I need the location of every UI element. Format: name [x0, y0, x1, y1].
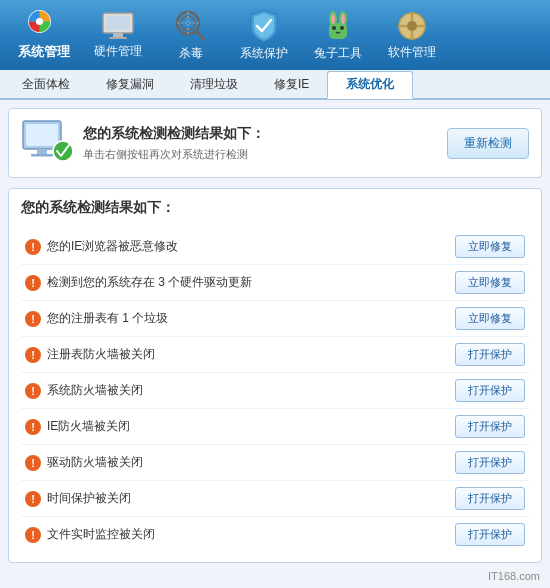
- result-text: IE防火墙被关闭: [47, 418, 130, 435]
- result-item: ! 文件实时监控被关闭 打开保护: [21, 517, 529, 552]
- tab-bar: 全面体检 修复漏洞 清理垃圾 修复IE 系统优化: [0, 70, 550, 100]
- result-left: ! IE防火墙被关闭: [25, 418, 455, 435]
- result-left: ! 驱动防火墙被关闭: [25, 454, 455, 471]
- result-left: ! 您的注册表有 1 个垃圾: [25, 310, 455, 327]
- result-item: ! 注册表防火墙被关闭 打开保护: [21, 337, 529, 373]
- nav-hardware[interactable]: 硬件管理: [82, 5, 154, 65]
- action-button-9[interactable]: 打开保护: [455, 523, 525, 546]
- nav-kill-label: 杀毒: [179, 45, 203, 62]
- result-left: ! 时间保护被关闭: [25, 490, 455, 507]
- info-panel: 您的系统检测检测结果如下： 单击右侧按钮再次对系统进行检测 重新检测: [8, 108, 542, 178]
- warn-icon: !: [25, 239, 41, 255]
- info-text: 您的系统检测检测结果如下： 单击右侧按钮再次对系统进行检测: [83, 125, 265, 162]
- nav-rabbit-label: 兔子工具: [314, 45, 362, 62]
- tab-full-check[interactable]: 全面体检: [4, 70, 88, 98]
- result-item: ! 时间保护被关闭 打开保护: [21, 481, 529, 517]
- nav-software[interactable]: 软件管理: [376, 5, 448, 65]
- svg-point-18: [340, 26, 344, 30]
- result-left: ! 系统防火墙被关闭: [25, 382, 455, 399]
- results-panel: 您的系统检测结果如下： ! 您的IE浏览器被恶意修改 立即修复 ! 检测到您的系…: [8, 188, 542, 563]
- svg-point-15: [331, 14, 335, 24]
- result-item: ! 系统防火墙被关闭 打开保护: [21, 373, 529, 409]
- svg-point-2: [36, 18, 43, 25]
- result-text: 驱动防火墙被关闭: [47, 454, 143, 471]
- main-content: 您的系统检测检测结果如下： 单击右侧按钮再次对系统进行检测 重新检测 您的系统检…: [0, 100, 550, 588]
- action-button-3[interactable]: 立即修复: [455, 307, 525, 330]
- result-item: ! 您的IE浏览器被恶意修改 立即修复: [21, 229, 529, 265]
- recheck-button[interactable]: 重新检测: [447, 128, 529, 159]
- tab-optimize[interactable]: 系统优化: [327, 71, 413, 99]
- warn-icon: !: [25, 347, 41, 363]
- warn-icon: !: [25, 383, 41, 399]
- rabbit-icon: [320, 9, 356, 43]
- watermark: IT168.com: [488, 570, 540, 582]
- result-text: 检测到您的系统存在 3 个硬件驱动更新: [47, 274, 252, 291]
- logo-area[interactable]: 系统管理: [8, 5, 80, 65]
- svg-point-16: [341, 14, 345, 24]
- action-button-5[interactable]: 打开保护: [455, 379, 525, 402]
- protect-icon: [246, 9, 282, 43]
- svg-line-9: [196, 31, 204, 39]
- result-item: ! 检测到您的系统存在 3 个硬件驱动更新 立即修复: [21, 265, 529, 301]
- svg-point-20: [407, 21, 417, 31]
- result-left: ! 注册表防火墙被关闭: [25, 346, 455, 363]
- svg-rect-5: [113, 33, 123, 37]
- logo-label: 系统管理: [18, 43, 70, 61]
- warn-icon: !: [25, 419, 41, 435]
- result-text: 文件实时监控被关闭: [47, 526, 155, 543]
- result-item: ! 驱动防火墙被关闭 打开保护: [21, 445, 529, 481]
- warn-icon: !: [25, 455, 41, 471]
- results-title: 您的系统检测结果如下：: [21, 199, 529, 221]
- computer-icon: [21, 119, 73, 167]
- action-button-6[interactable]: 打开保护: [455, 415, 525, 438]
- top-navigation: 系统管理 硬件管理 杀毒: [0, 0, 550, 70]
- action-button-8[interactable]: 打开保护: [455, 487, 525, 510]
- result-text: 您的IE浏览器被恶意修改: [47, 238, 178, 255]
- warn-icon: !: [25, 527, 41, 543]
- svg-rect-4: [106, 16, 130, 30]
- nav-protect-label: 系统保护: [240, 45, 288, 62]
- hardware-icon: [100, 11, 136, 41]
- action-button-4[interactable]: 打开保护: [455, 343, 525, 366]
- nav-kill[interactable]: 杀毒: [156, 5, 226, 65]
- svg-rect-22: [26, 124, 58, 146]
- svg-rect-6: [109, 37, 127, 39]
- result-item: ! IE防火墙被关闭 打开保护: [21, 409, 529, 445]
- nav-hardware-label: 硬件管理: [94, 43, 142, 60]
- svg-rect-25: [31, 154, 53, 157]
- result-text: 时间保护被关闭: [47, 490, 131, 507]
- info-subtitle: 单击右侧按钮再次对系统进行检测: [83, 147, 265, 162]
- result-left: ! 您的IE浏览器被恶意修改: [25, 238, 455, 255]
- result-text: 注册表防火墙被关闭: [47, 346, 155, 363]
- software-icon: [394, 10, 430, 42]
- nav-rabbit[interactable]: 兔子工具: [302, 5, 374, 65]
- warn-icon: !: [25, 491, 41, 507]
- tab-clean-junk[interactable]: 清理垃圾: [172, 70, 256, 98]
- info-title: 您的系统检测检测结果如下：: [83, 125, 265, 143]
- warn-icon: !: [25, 311, 41, 327]
- tab-repair-ie[interactable]: 修复IE: [256, 70, 327, 98]
- action-button-1[interactable]: 立即修复: [455, 235, 525, 258]
- result-left: ! 文件实时监控被关闭: [25, 526, 455, 543]
- svg-point-17: [332, 26, 336, 30]
- logo-icon: [25, 9, 63, 43]
- svg-point-8: [181, 16, 195, 30]
- nav-protect[interactable]: 系统保护: [228, 5, 300, 65]
- kill-icon: [173, 9, 209, 43]
- result-item: ! 您的注册表有 1 个垃圾 立即修复: [21, 301, 529, 337]
- info-left: 您的系统检测检测结果如下： 单击右侧按钮再次对系统进行检测: [21, 119, 265, 167]
- warn-icon: !: [25, 275, 41, 291]
- action-button-2[interactable]: 立即修复: [455, 271, 525, 294]
- action-button-7[interactable]: 打开保护: [455, 451, 525, 474]
- result-text: 系统防火墙被关闭: [47, 382, 143, 399]
- svg-rect-24: [37, 149, 47, 154]
- nav-software-label: 软件管理: [388, 44, 436, 61]
- result-left: ! 检测到您的系统存在 3 个硬件驱动更新: [25, 274, 455, 291]
- result-text: 您的注册表有 1 个垃圾: [47, 310, 168, 327]
- results-list: ! 您的IE浏览器被恶意修改 立即修复 ! 检测到您的系统存在 3 个硬件驱动更…: [21, 229, 529, 552]
- tab-repair-missing[interactable]: 修复漏洞: [88, 70, 172, 98]
